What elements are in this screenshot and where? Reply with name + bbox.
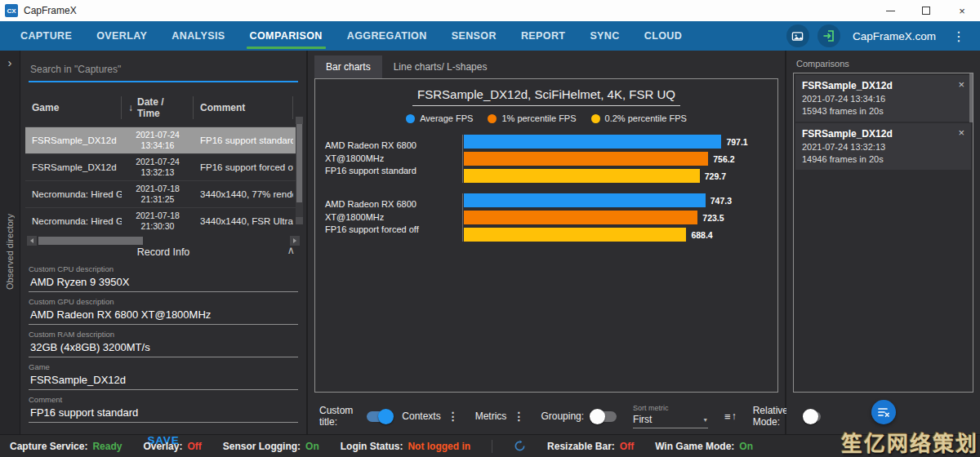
bar-02pct-fps (464, 169, 700, 183)
chart-controls: Custom title: Contexts ⋮ Metrics ⋮ Group… (308, 393, 785, 428)
brand-link[interactable]: CapFrameX.com (853, 21, 936, 51)
remove-list-icon (877, 406, 890, 419)
bar-groups: AMD Radeon RX 6800 XT@1800MHz FP16 suppo… (325, 135, 768, 242)
vertical-scroll-thumb[interactable] (296, 124, 302, 202)
fab-row (793, 393, 973, 424)
field-label: Game (29, 362, 298, 371)
ram-description-input[interactable]: 32GB (4x8GB) 3200MT/s (29, 340, 298, 357)
remove-comparison-button[interactable]: × (958, 126, 964, 139)
comparison-datetime: 2021-07-24 13:32:13 (802, 142, 964, 152)
nav-item-cloud[interactable]: CLOUD (635, 21, 692, 51)
chart-tabs: Bar charts Line charts/ L-shapes (308, 51, 785, 78)
comparison-item[interactable]: FSRSample_DX12d 2021-07-24 13:32:13 1494… (795, 123, 971, 170)
nav-item-analysis[interactable]: ANALYSIS (162, 21, 234, 51)
gpu-description-field: Custom GPU description AMD Radeon RX 680… (29, 297, 298, 325)
ram-description-field: Custom RAM description 32GB (4x8GB) 3200… (29, 330, 298, 357)
nav-item-capture[interactable]: CAPTURE (11, 21, 82, 51)
nav-item-comparison[interactable]: COMPARISON (240, 21, 332, 51)
gpu-description-input[interactable]: AMD Radeon RX 6800 XT@1800MHz (29, 308, 298, 325)
comparison-game: FSRSample_DX12d (802, 80, 964, 91)
overflow-menu-button[interactable]: ⋮ (944, 21, 973, 51)
comparison-game: FSRSample_DX12d (802, 128, 964, 140)
legend-dot-yellow (591, 114, 600, 123)
search-input[interactable] (29, 59, 298, 82)
close-button[interactable]: × (944, 0, 980, 21)
field-label: Comment (29, 395, 298, 404)
bar-average-fps (464, 193, 706, 207)
collapse-chevron-icon[interactable]: ∧ (287, 244, 295, 256)
window-title: CapFrameX (24, 5, 77, 16)
comment-input[interactable]: FP16 support standard (29, 406, 298, 423)
column-header-datetime[interactable]: ↓Date / Time (122, 96, 194, 119)
capture-row[interactable]: FSRSample_DX12d 2021-07-2413:32:13 FP16 … (25, 153, 301, 180)
chevron-down-icon: ▼ (702, 417, 708, 423)
main-area: › Observed directory Game ↓Date / Time C… (0, 51, 980, 434)
legend-02pct-fps: 0.2% percentile FPS (591, 113, 687, 123)
nav-item-overlay[interactable]: OVERLAY (87, 21, 157, 51)
remove-all-comparisons-button[interactable] (871, 400, 896, 424)
scroll-down-button[interactable] (296, 217, 303, 224)
nav-item-aggregation[interactable]: AGGREGATION (337, 21, 437, 51)
field-label: Custom GPU description (29, 297, 298, 306)
metrics-menu-button[interactable]: ⋮ (513, 410, 524, 423)
column-header-game[interactable]: Game (25, 96, 122, 119)
capframex-window: CX CapFrameX × CAPTURE OVERLAY ANALYSIS … (0, 0, 980, 457)
metrics-label: Metrics (475, 410, 507, 422)
capture-row[interactable]: FSRSample_DX12d 2021-07-2413:34:16 FP16 … (25, 126, 301, 153)
contexts-label: Contexts (402, 410, 440, 422)
refresh-icon[interactable] (514, 440, 526, 452)
record-info-section: Record Info ∧ Custom CPU description AMD… (29, 241, 298, 455)
main-nav: CAPTURE OVERLAY ANALYSIS COMPARISON AGGR… (0, 21, 980, 51)
custom-title-label: Custom title: (319, 405, 360, 428)
sort-direction-button[interactable]: ≡ ↑ (724, 410, 737, 423)
nav-item-sync[interactable]: SYNC (580, 21, 629, 51)
contexts-menu-button[interactable]: ⋮ (448, 410, 459, 423)
status-win-game-mode: Win Game Mode: On (655, 441, 753, 452)
bar-value: 688.4 (691, 230, 712, 240)
status-overlay: Overlay: Off (143, 441, 201, 452)
bar-value: 723.5 (702, 213, 724, 223)
close-icon: × (959, 5, 965, 17)
custom-title-toggle[interactable] (367, 411, 386, 422)
screenshot-icon (791, 30, 804, 42)
table-vertical-scrollbar[interactable] (296, 117, 303, 224)
comparison-item[interactable]: FSRSample_DX12d 2021-07-24 13:34:16 1594… (795, 75, 971, 122)
remove-comparison-button[interactable]: × (958, 78, 964, 91)
kebab-icon: ⋮ (952, 29, 965, 44)
cpu-description-input[interactable]: AMD Ryzen 9 3950X (29, 275, 298, 292)
tab-line-charts[interactable]: Line charts/ L-shapes (382, 55, 499, 78)
nav-item-sensor[interactable]: SENSOR (442, 21, 506, 51)
nav-item-report[interactable]: REPORT (511, 21, 576, 51)
bar-chart: FSRSample_DX12d, SciFiHelmet, 4K, FSR UQ… (314, 78, 778, 393)
grouping-control: Grouping: (541, 410, 617, 422)
sort-metric-dropdown[interactable]: First ▼ (633, 414, 708, 428)
grouping-toggle[interactable] (590, 411, 617, 422)
comparison-datetime: 2021-07-24 13:34:16 (802, 94, 964, 104)
sort-metric-control: Sort metric First ▼ (633, 404, 708, 428)
game-input[interactable]: FSRSample_DX12d (29, 373, 298, 390)
search-wrap (29, 59, 298, 82)
legend-dot-orange (488, 114, 497, 123)
field-label: Custom RAM description (29, 330, 298, 339)
capture-row[interactable]: Necromunda: Hired Gun 2021-07-1821:30:30… (25, 207, 301, 234)
comparison-chart-panel: Bar charts Line charts/ L-shapes FSRSamp… (308, 51, 786, 434)
column-header-comment[interactable]: Comment (194, 96, 293, 119)
screenshot-button[interactable] (786, 24, 809, 47)
relative-mode-toggle[interactable] (804, 411, 822, 422)
title-bar: CX CapFrameX × (0, 0, 980, 21)
tab-bar-charts[interactable]: Bar charts (314, 55, 382, 78)
minimize-button[interactable] (872, 0, 908, 21)
expand-directory-button[interactable]: › (8, 55, 12, 69)
login-button[interactable] (817, 24, 840, 47)
header-filler (293, 96, 306, 119)
maximize-button[interactable] (908, 0, 944, 21)
bar-average-fps (464, 135, 721, 149)
comparison-frames: 14946 frames in 20s (802, 154, 964, 164)
comparisons-scrollbar[interactable] (969, 73, 973, 122)
chart-title: FSRSample_DX12d, SciFiHelmet, 4K, FSR UQ (412, 87, 680, 106)
status-divider (492, 440, 492, 453)
sort-lines-icon: ≡ (724, 410, 731, 423)
status-resizable-bar: Resizable Bar: Off (547, 441, 634, 452)
scroll-up-button[interactable] (296, 117, 303, 124)
capture-row[interactable]: Necromunda: Hired Gun 2021-07-1821:31:25… (25, 180, 301, 207)
